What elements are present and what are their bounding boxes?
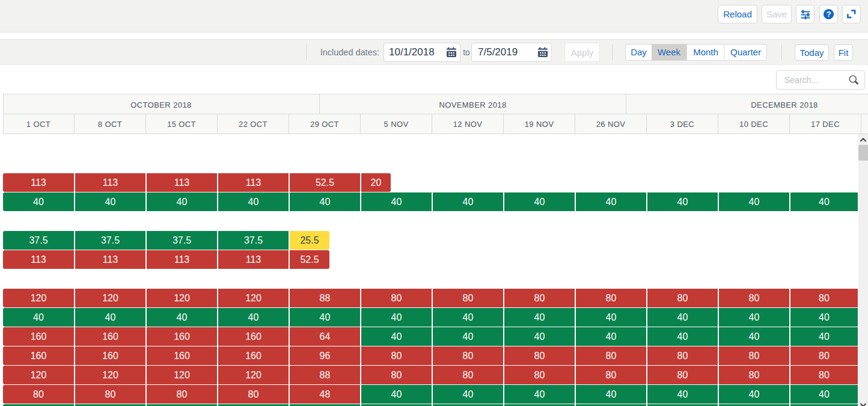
svg-text:?: ? — [826, 10, 831, 19]
